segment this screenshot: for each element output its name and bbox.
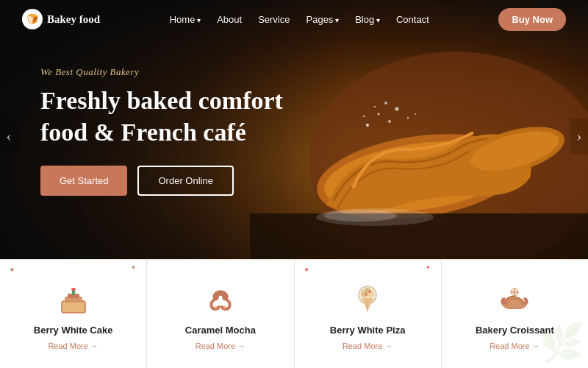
card-berry-cake: ✦ ✦ Berry White Cake Read More →	[0, 260, 147, 368]
svg-point-16	[323, 210, 397, 222]
svg-point-6	[363, 116, 365, 117]
svg-point-23	[223, 306, 226, 309]
brand-logo[interactable]: 🍞 Bakey food	[22, 9, 100, 29]
nav-service[interactable]: Service	[258, 14, 290, 25]
card-title-2: Caramel Mocha	[185, 325, 256, 336]
nav-blog[interactable]: Blog	[355, 14, 380, 25]
nav-pages[interactable]: Pages	[306, 14, 340, 25]
card-title-3: Berry White Piza	[330, 325, 406, 336]
brand-name: Bakey food	[47, 13, 100, 26]
hero-section: 🍞 Bakey food Home About Service Pages Bl…	[0, 0, 588, 272]
get-started-button[interactable]: Get Started	[40, 166, 127, 196]
nav-about[interactable]: About	[217, 14, 242, 25]
sparkle-icon: ✦	[9, 266, 15, 274]
hero-title: Freshly baked comfort food & French café	[40, 85, 320, 148]
card-bakery-croissant: Bakery Croissant Read More → 🌿	[442, 260, 588, 368]
svg-point-8	[407, 117, 409, 119]
cards-section: ✦ ✦ Berry White Cake Read More → Carame	[0, 259, 588, 368]
nav-links: Home About Service Pages Blog Contact	[170, 13, 429, 26]
svg-point-11	[415, 113, 416, 115]
sparkle-icon-2: ✦	[131, 264, 136, 271]
card-caramel-mocha: Caramel Mocha Read More →	[147, 260, 294, 368]
card-berry-piza: ✦ ✦ Berry White Piza Read More →	[295, 260, 442, 368]
hero-buttons: Get Started Order Online	[40, 166, 320, 196]
nav-home[interactable]: Home	[170, 14, 201, 25]
svg-point-7	[395, 107, 399, 111]
svg-rect-17	[62, 301, 85, 313]
card-link-2[interactable]: Read More →	[196, 342, 245, 350]
card-link-4[interactable]: Read More →	[490, 342, 539, 350]
ice-cream-icon	[348, 280, 387, 319]
card-link-3[interactable]: Read More →	[343, 342, 392, 350]
hero-content: We Best Quality Bakery Freshly baked com…	[40, 66, 320, 196]
navbar: 🍞 Bakey food Home About Service Pages Bl…	[0, 0, 588, 38]
buy-now-button[interactable]: Buy Now	[498, 8, 566, 31]
watermark: 🌿	[539, 322, 584, 364]
svg-point-9	[374, 106, 376, 107]
svg-point-5	[388, 120, 391, 123]
order-online-button[interactable]: Order Online	[137, 166, 233, 196]
nav-contact[interactable]: Contact	[396, 14, 429, 25]
logo-icon: 🍞	[22, 9, 43, 29]
svg-point-10	[384, 102, 387, 105]
pretzel-icon	[201, 280, 240, 319]
svg-point-30	[369, 291, 371, 293]
svg-point-29	[365, 294, 368, 296]
next-arrow[interactable]: ›	[570, 118, 588, 154]
sparkle-icon-3: ✦	[304, 266, 309, 274]
hero-subtitle: We Best Quality Bakery	[40, 66, 320, 78]
sparkle-icon-4: ✦	[426, 264, 431, 271]
card-link-1[interactable]: Read More →	[48, 342, 98, 350]
prev-arrow[interactable]: ‹	[0, 118, 18, 154]
card-title-1: Berry White Cake	[34, 325, 113, 336]
svg-point-21	[71, 288, 76, 291]
svg-point-3	[366, 124, 369, 127]
svg-point-22	[215, 306, 218, 309]
cake-icon	[54, 280, 93, 319]
croissant-icon	[495, 280, 534, 319]
svg-point-4	[378, 113, 380, 116]
